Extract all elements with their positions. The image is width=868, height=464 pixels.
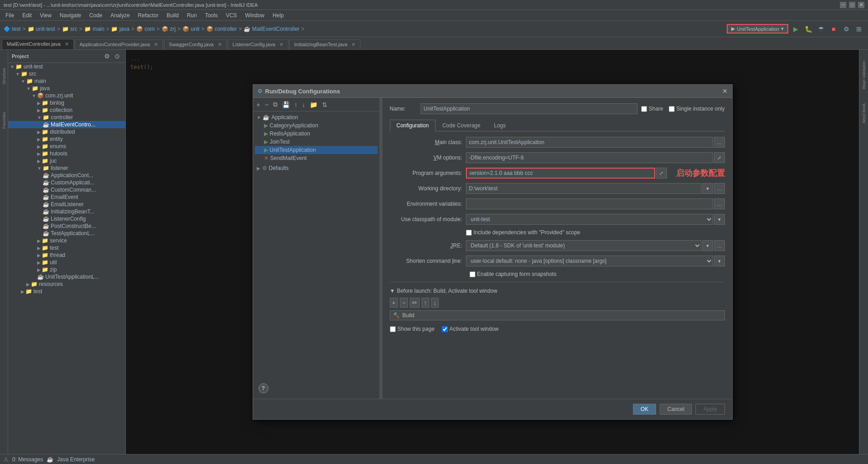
tab-listenerconfig-close[interactable]: ✕ — [279, 42, 283, 47]
tab-initializingbeantest[interactable]: InitializingBeanTest.java ✕ — [289, 39, 360, 49]
jre-dropdown-btn[interactable]: ▾ — [702, 240, 713, 251]
breadcrumb-unit[interactable]: 📦 unit — [182, 26, 200, 32]
include-provided-checkbox[interactable] — [466, 230, 472, 236]
activate-tool-window-checkbox-label[interactable]: Activate tool window — [442, 326, 499, 332]
env-vars-browse-button[interactable]: … — [714, 198, 725, 209]
tree-postconstruct[interactable]: ☕ PostConstructBe... — [8, 222, 125, 230]
tree-src[interactable]: ▼ 📁 src — [8, 70, 125, 77]
tree-listenerconfig[interactable]: ☕ ListenerConfig — [8, 215, 125, 222]
sidebar-scroll-btn[interactable]: ⊙ — [113, 52, 122, 61]
tree-com-zrj-unit[interactable]: ▼ 📦 com.zrj.unit — [8, 92, 125, 99]
program-args-input[interactable] — [466, 168, 655, 179]
tree-zip[interactable]: ▶ 📁 zip — [8, 266, 125, 273]
java-enterprise-label[interactable]: Java Enterprise — [57, 456, 95, 463]
tree-unit-test[interactable]: ▼ 📁 unit-test — [8, 63, 125, 70]
before-launch-up-btn[interactable]: ↑ — [422, 298, 429, 308]
tree-customapp[interactable]: ☕ CustomApplicati... — [8, 179, 125, 186]
before-launch-header[interactable]: ▼ Before launch: Build, Activate tool wi… — [390, 288, 725, 294]
vm-options-expand-button[interactable]: ⤢ — [714, 152, 725, 163]
breadcrumb-test[interactable]: 🔷 test — [4, 26, 21, 32]
tree-customcmd[interactable]: ☕ CustomComman... — [8, 186, 125, 193]
single-instance-checkbox-label[interactable]: Single instance only — [669, 106, 725, 112]
name-input[interactable] — [421, 103, 638, 114]
menu-window[interactable]: Window — [241, 11, 268, 19]
share-checkbox[interactable] — [641, 106, 647, 112]
tree-controller[interactable]: ▼ 📁 controller — [8, 114, 125, 121]
minimize-button[interactable]: ─ — [840, 2, 846, 8]
menu-navigate[interactable]: Navigate — [56, 11, 85, 19]
tree-entity[interactable]: ▶ 📁 entity — [8, 135, 125, 143]
tree-initializingbean[interactable]: ☕ InitializingBeanT... — [8, 208, 125, 215]
bean-validation-tab[interactable]: Bean Validation — [862, 61, 866, 89]
config-section-application[interactable]: ▼ ☕ Application — [255, 113, 378, 121]
tree-juc[interactable]: ▶ 📁 juc — [8, 157, 125, 164]
classpath-dropdown-btn[interactable]: ▾ — [714, 214, 725, 225]
menu-analyze[interactable]: Analyze — [107, 11, 134, 19]
maximize-button[interactable]: □ — [849, 2, 855, 8]
folder-config-button[interactable]: 📁 — [308, 100, 319, 109]
ok-button[interactable]: OK — [633, 404, 656, 415]
favorites-tab[interactable]: Favorites — [2, 112, 6, 129]
remove-config-button[interactable]: − — [263, 100, 270, 109]
word-book-tab[interactable]: Word Book — [862, 103, 866, 123]
include-provided-checkbox-label[interactable]: Include dependencies with "Provided" sco… — [466, 229, 580, 236]
tree-test-root[interactable]: ▶ 📁 test — [8, 288, 125, 295]
tree-util[interactable]: ▶ 📁 util — [8, 259, 125, 266]
add-config-button[interactable]: + — [255, 100, 262, 109]
before-launch-add-btn[interactable]: + — [390, 298, 398, 308]
shorten-cmd-select[interactable]: user-local default: none - java [options… — [466, 256, 713, 266]
menu-run[interactable]: Run — [183, 11, 201, 19]
show-this-page-checkbox-label[interactable]: Show this page — [390, 326, 435, 332]
form-tab-configuration[interactable]: Configuration — [390, 120, 436, 131]
save-config-button[interactable]: 💾 — [280, 100, 292, 109]
config-item-sendmailevent[interactable]: ✕ SendMailEvent — [255, 154, 378, 162]
tree-collection[interactable]: ▶ 📁 collection — [8, 106, 125, 114]
menu-build[interactable]: Build — [163, 11, 182, 19]
tree-binlog[interactable]: ▶ 📁 binlog — [8, 99, 125, 106]
breadcrumb-java[interactable]: 📁 java — [111, 26, 129, 32]
config-item-redisapp[interactable]: ▶ RedisApplication — [255, 130, 378, 138]
stop-button[interactable]: ■ — [828, 24, 839, 34]
jre-select[interactable]: Default (1.8 - SDK of 'unit-test' module… — [466, 240, 701, 251]
tab-mailcontroller-close[interactable]: ✕ — [65, 41, 69, 47]
tree-testapp[interactable]: ☕ TestApplicationL... — [8, 230, 125, 237]
layout-button[interactable]: ⊞ — [854, 24, 864, 34]
before-launch-remove-btn[interactable]: − — [400, 298, 408, 308]
env-vars-input[interactable] — [466, 198, 713, 209]
breadcrumb-com[interactable]: 📦 com — [136, 26, 155, 32]
show-this-page-checkbox[interactable] — [390, 326, 396, 332]
modal-close-button[interactable]: ✕ — [722, 87, 728, 95]
before-launch-down-btn[interactable]: ↓ — [431, 298, 439, 308]
messages-label[interactable]: 0: Messages — [12, 456, 43, 463]
menu-edit[interactable]: Edit — [19, 11, 35, 19]
tree-emailevent[interactable]: ☕ EmailEvent — [8, 193, 125, 201]
tab-swaggerconfig-close[interactable]: ✕ — [218, 42, 222, 47]
tab-initializingbeantest-close[interactable]: ✕ — [351, 42, 355, 47]
program-args-expand-button[interactable]: ⤢ — [656, 168, 667, 179]
tree-java[interactable]: ▼ 📁 java — [8, 85, 125, 92]
menu-vcs[interactable]: VCS — [222, 11, 241, 19]
tree-test[interactable]: ▶ 📁 test — [8, 244, 125, 251]
breadcrumb-unit-test[interactable]: 📁 unit-test — [28, 26, 55, 32]
working-dir-dropdown-button[interactable]: ▾ — [702, 183, 713, 194]
vm-options-input[interactable] — [466, 152, 713, 163]
tree-main[interactable]: ▼ 📁 main — [8, 77, 125, 85]
working-dir-browse-button[interactable]: … — [714, 183, 725, 194]
help-button[interactable]: ? — [259, 383, 269, 393]
tree-resources[interactable]: ▶ 📁 resources — [8, 280, 125, 288]
tab-listenerconfig[interactable]: ListenerConfig.java ✕ — [228, 39, 288, 49]
working-dir-input[interactable] — [466, 183, 701, 194]
tree-listener[interactable]: ▼ 📁 listener — [8, 164, 125, 172]
config-item-unittestapp[interactable]: ▶ UnitTestApplication — [255, 146, 378, 154]
run-config-button[interactable]: ▶ UnitTestApplication ▾ — [727, 24, 788, 34]
move-up-button[interactable]: ↑ — [293, 100, 299, 109]
copy-config-button[interactable]: ⧉ — [271, 100, 279, 109]
tree-service[interactable]: ▶ 📁 service — [8, 237, 125, 244]
config-item-categoryapp[interactable]: ▶ CategoryApplication — [255, 121, 378, 130]
classpath-select[interactable]: unit-test — [466, 214, 713, 225]
breadcrumb-zrj[interactable]: 📦 zrj — [162, 26, 176, 32]
tree-thread[interactable]: ▶ 📁 thread — [8, 251, 125, 259]
sidebar-settings-btn[interactable]: ⚙ — [102, 52, 112, 61]
tab-swaggerconfig[interactable]: SwaggerConfig.java ✕ — [164, 39, 227, 49]
main-class-input[interactable] — [466, 137, 713, 148]
